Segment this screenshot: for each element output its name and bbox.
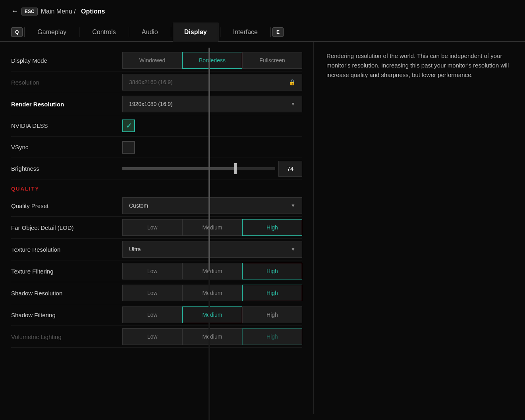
shadow-filtering-row: Shadow Filtering Low Medium High [11,304,302,326]
back-button[interactable]: ← ESC Main Menu / Options [11,7,105,15]
volumetric-low[interactable]: Low [122,328,182,345]
quality-preset-label: Quality Preset [11,202,122,209]
shadow-filtering-low[interactable]: Low [122,306,182,323]
info-panel: Rendering resolution of the world. This … [314,42,525,414]
info-text: Rendering resolution of the world. This … [326,51,512,80]
nvidia-dlss-checkbox[interactable]: ✓ [122,119,135,132]
tab-divider [171,27,171,37]
render-resolution-value: 1920x1080 (16:9) [129,101,173,107]
volumetric-high[interactable]: High [242,328,302,345]
texture-filtering-control: Low Medium High [122,263,302,279]
texture-filtering-medium[interactable]: Medium [182,263,242,279]
brightness-label: Brightness [11,165,122,172]
q-shortcut-key[interactable]: Q [11,27,23,37]
quality-preset-value: Custom [129,202,148,209]
far-object-medium[interactable]: Medium [182,219,242,236]
brightness-control: 74 [122,161,302,177]
check-icon: ✓ [126,121,132,130]
volumetric-lighting-row: Volumetric Lighting Low Medium High [11,326,302,348]
shadow-resolution-medium[interactable]: Medium [182,285,242,301]
texture-filtering-label: Texture Filtering [11,268,122,275]
quality-preset-row: Quality Preset Custom ▼ [11,195,302,217]
shadow-filtering-high[interactable]: High [242,306,302,323]
texture-resolution-row: Texture Resolution Ultra ▼ [11,239,302,260]
tab-audio[interactable]: Audio [131,23,169,41]
resolution-control: 3840x2160 (16:9) 🔒 [122,74,302,91]
far-object-detail-label: Far Object Detail (LOD) [11,224,122,231]
vsync-checkbox[interactable] [122,141,135,154]
display-mode-row: Display Mode Windowed Borderless Fullscr… [11,50,302,71]
display-mode-group: Windowed Borderless Fullscreen [122,52,302,69]
shadow-resolution-low[interactable]: Low [122,285,182,301]
far-object-detail-control: Low Medium High [122,219,302,236]
resolution-dropdown: 3840x2160 (16:9) 🔒 [122,74,302,91]
breadcrumb-current: Options [81,8,105,15]
far-object-high[interactable]: High [242,219,302,236]
render-resolution-label: Render Resolution [11,101,122,108]
header: ← ESC Main Menu / Options [0,0,525,23]
texture-resolution-dropdown[interactable]: Ultra ▼ [122,241,302,258]
texture-resolution-control: Ultra ▼ [122,241,302,258]
main-content: Display Mode Windowed Borderless Fullscr… [0,42,525,414]
breadcrumb: Main Menu / Options [41,8,105,15]
back-arrow-icon: ← [11,7,18,15]
scrollbar[interactable] [208,48,210,420]
nvidia-dlss-row: NVIDIA DLSS ✓ [11,115,302,137]
texture-filtering-high[interactable]: High [242,263,302,279]
brightness-slider-track[interactable] [122,167,275,170]
lock-icon: 🔒 [289,79,295,85]
render-resolution-row: Render Resolution 1920x1080 (16:9) ▼ [11,93,302,115]
nvidia-dlss-label: NVIDIA DLSS [11,122,122,129]
shadow-resolution-group: Low Medium High [122,285,302,301]
brightness-value: 74 [278,161,302,177]
tab-gameplay[interactable]: Gameplay [26,23,77,41]
quality-section-header: QUALITY [11,179,302,195]
render-resolution-dropdown[interactable]: 1920x1080 (16:9) ▼ [122,96,302,112]
shadow-resolution-label: Shadow Resolution [11,290,122,297]
shadow-resolution-high[interactable]: High [242,285,302,301]
vsync-control [122,141,302,154]
far-object-detail-row: Far Object Detail (LOD) Low Medium High [11,217,302,239]
shadow-filtering-medium[interactable]: Medium [182,306,242,323]
tab-display[interactable]: Display [173,23,218,42]
quality-preset-dropdown[interactable]: Custom ▼ [122,197,302,214]
esc-key[interactable]: ESC [21,8,38,15]
nav-tabs: Q Gameplay Controls Audio Display Interf… [0,23,525,42]
brightness-slider-thumb[interactable] [234,163,237,174]
resolution-value: 3840x2160 (16:9) [129,79,173,85]
display-mode-borderless[interactable]: Borderless [182,52,242,69]
chevron-down-icon: ▼ [291,101,295,107]
resolution-label: Resolution [11,79,122,86]
brightness-slider-wrap: 74 [122,161,302,177]
breadcrumb-prefix: Main Menu / [41,8,76,15]
volumetric-medium[interactable]: Medium [182,328,242,345]
nvidia-dlss-control: ✓ [122,119,302,132]
brightness-row: Brightness 74 [11,158,302,179]
render-resolution-control: 1920x1080 (16:9) ▼ [122,96,302,112]
display-mode-fullscreen[interactable]: Fullscreen [242,52,302,69]
far-object-detail-group: Low Medium High [122,219,302,236]
tab-divider [129,27,129,37]
texture-filtering-row: Texture Filtering Low Medium High [11,260,302,282]
volumetric-lighting-label: Volumetric Lighting [11,333,122,340]
e-shortcut-key[interactable]: E [272,27,284,37]
shadow-resolution-row: Shadow Resolution Low Medium High [11,282,302,304]
settings-panel: Display Mode Windowed Borderless Fullscr… [0,42,314,414]
shadow-filtering-label: Shadow Filtering [11,312,122,318]
chevron-down-icon: ▼ [291,247,295,252]
tab-interface[interactable]: Interface [222,23,269,41]
brightness-slider-fill [122,167,235,170]
scrollbar-thumb[interactable] [208,48,210,271]
volumetric-lighting-group: Low Medium High [122,328,302,345]
resolution-row: Resolution 3840x2160 (16:9) 🔒 [11,71,302,93]
chevron-down-icon: ▼ [291,203,295,208]
shadow-filtering-group: Low Medium High [122,306,302,323]
texture-filtering-low[interactable]: Low [122,263,182,279]
texture-resolution-label: Texture Resolution [11,246,122,253]
tab-divider [220,27,220,37]
tab-controls[interactable]: Controls [81,23,127,41]
vsync-label: VSync [11,144,122,150]
texture-resolution-value: Ultra [129,246,141,252]
display-mode-windowed[interactable]: Windowed [122,52,182,69]
far-object-low[interactable]: Low [122,219,182,236]
